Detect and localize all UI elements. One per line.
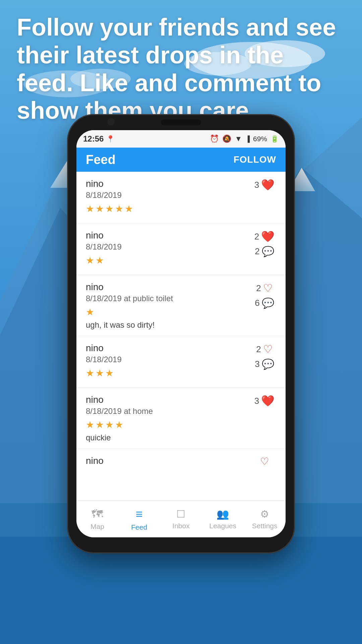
star-icon: ★: [86, 203, 94, 214]
feed-item-actions: ♡: [253, 455, 276, 467]
comment-count: 6: [255, 298, 259, 308]
phone-camera: [107, 118, 115, 125]
feed-comment-text: ugh, it was so dirty!: [86, 320, 253, 330]
status-bar: 12:56 📍 ⏰ 🔕 ▼ ▐ 69% 🔋: [76, 130, 286, 148]
nav-label-feed: Feed: [131, 523, 147, 531]
star-icon: ★: [86, 255, 94, 266]
nav-item-leagues[interactable]: 👥 Leagues: [202, 508, 244, 530]
feed-item-content: nino 8/18/2019 ★ ★ ★ ★ ★: [86, 178, 253, 217]
mute-icon: 🔕: [222, 135, 231, 143]
feed-stars: ★ ★ ★: [86, 368, 253, 379]
status-left: 12:56 📍: [83, 134, 115, 144]
settings-icon: ⚙: [260, 508, 269, 520]
star-icon: ★: [105, 419, 114, 430]
feed-stars: ★ ★: [86, 255, 253, 266]
phone-frame: 12:56 📍 ⏰ 🔕 ▼ ▐ 69% 🔋 Feed FOLLOW nino: [67, 114, 295, 553]
feed-stars: ★: [86, 307, 253, 318]
feed-date: 8/18/2019: [86, 355, 253, 364]
feed-item[interactable]: nino 8/18/2019 ★ ★ ★ ★ ★ 3 ❤️: [76, 172, 286, 223]
feed-date: 8/18/2019 at home: [86, 407, 253, 416]
feed-item[interactable]: nino 8/18/2019 at public toilet ★ ugh, i…: [76, 275, 286, 336]
comment-count: 3: [255, 359, 259, 369]
feed-username: nino: [86, 178, 253, 189]
star-icon: ★: [86, 368, 94, 379]
star-icon: ★: [96, 368, 104, 379]
wifi-icon: ▼: [235, 135, 242, 143]
feed-item-content: nino 8/18/2019 ★ ★: [86, 230, 253, 269]
like-count: 3: [254, 180, 259, 190]
like-row[interactable]: 2 ❤️: [254, 230, 275, 243]
feed-item-partial[interactable]: nino ♡: [76, 449, 286, 471]
heart-filled-icon: ❤️: [261, 394, 275, 407]
header-title: Feed: [86, 153, 116, 167]
comment-icon: 💬: [262, 358, 274, 370]
like-row[interactable]: 2 ♡: [256, 343, 273, 356]
feed-icon: ≡: [136, 507, 143, 521]
like-row[interactable]: 3 ❤️: [254, 178, 275, 191]
feed-username: nino: [86, 394, 253, 405]
feed-item-actions: 2 ❤️ 2 💬: [253, 230, 276, 257]
like-count: 2: [256, 283, 261, 293]
battery-icon: 🔋: [270, 135, 279, 143]
like-count: 2: [256, 344, 261, 355]
battery-text: 69%: [253, 135, 267, 143]
phone-screen: 12:56 📍 ⏰ 🔕 ▼ ▐ 69% 🔋 Feed FOLLOW nino: [76, 130, 286, 537]
feed-item-content: nino: [86, 455, 253, 468]
nav-label-settings: Settings: [252, 522, 278, 530]
feed-item-actions: 2 ♡ 6 💬: [253, 282, 276, 309]
feed-item-content: nino 8/18/2019 ★ ★ ★: [86, 343, 253, 381]
star-icon: ★: [96, 419, 104, 430]
leagues-icon: 👥: [217, 508, 229, 520]
nav-item-map[interactable]: 🗺 Map: [76, 507, 118, 531]
nav-item-inbox[interactable]: ☐ Inbox: [160, 508, 202, 530]
star-icon: ★: [115, 203, 123, 214]
feed-stars: ★ ★ ★ ★: [86, 419, 253, 430]
feed-username: nino: [86, 455, 253, 466]
bottom-nav: 🗺 Map ≡ Feed ☐ Inbox 👥 Leagues ⚙ Setting…: [76, 500, 286, 537]
like-row[interactable]: 2 ♡: [256, 282, 273, 294]
feed-item-content: nino 8/18/2019 at public toilet ★ ugh, i…: [86, 282, 253, 330]
feed-username: nino: [86, 343, 253, 354]
nav-label-inbox: Inbox: [172, 522, 189, 530]
star-icon: ★: [105, 368, 114, 379]
signal-icon: ▐: [245, 136, 250, 143]
feed-item-actions: 3 ❤️: [253, 394, 276, 407]
feed-date: 8/18/2019: [86, 191, 253, 200]
star-icon: ★: [105, 203, 114, 214]
feed-item[interactable]: nino 8/18/2019 ★ ★ 2 ❤️ 2 💬: [76, 223, 286, 275]
star-icon: ★: [115, 419, 123, 430]
heart-outline-icon: ♡: [260, 455, 269, 467]
feed-username: nino: [86, 230, 253, 241]
comment-row[interactable]: 2 💬: [255, 246, 274, 257]
like-row[interactable]: 3 ❤️: [254, 394, 275, 407]
star-icon: ★: [96, 203, 104, 214]
like-count: 3: [254, 396, 259, 406]
nav-item-feed[interactable]: ≡ Feed: [118, 507, 160, 531]
feed-item-actions: 3 ❤️: [253, 178, 276, 191]
star-icon: ★: [86, 419, 94, 430]
comment-count: 2: [255, 246, 259, 257]
location-icon: 📍: [106, 135, 115, 143]
inbox-icon: ☐: [176, 508, 185, 520]
alarm-icon: ⏰: [210, 135, 219, 143]
heart-outline-icon: ♡: [263, 343, 273, 356]
feed-item[interactable]: nino 8/18/2019 at home ★ ★ ★ ★ quickie 3…: [76, 388, 286, 449]
heart-filled-icon: ❤️: [261, 230, 275, 243]
star-icon: ★: [86, 307, 94, 318]
status-right: ⏰ 🔕 ▼ ▐ 69% 🔋: [210, 135, 279, 143]
feed-item-content: nino 8/18/2019 at home ★ ★ ★ ★ quickie: [86, 394, 253, 442]
feed-username: nino: [86, 282, 253, 292]
follow-button[interactable]: FOLLOW: [234, 154, 276, 165]
comment-row[interactable]: 3 💬: [255, 358, 274, 370]
feed-comment-text: quickie: [86, 433, 253, 442]
nav-item-settings[interactable]: ⚙ Settings: [244, 508, 286, 530]
heart-outline-icon: ♡: [263, 282, 273, 294]
like-row[interactable]: ♡: [260, 455, 269, 467]
heart-filled-icon: ❤️: [261, 178, 275, 191]
hero-text: Follow your friends and see their latest…: [17, 13, 345, 124]
nav-label-leagues: Leagues: [209, 522, 237, 530]
feed-stars: ★ ★ ★ ★ ★: [86, 203, 253, 214]
feed-item[interactable]: nino 8/18/2019 ★ ★ ★ 2 ♡ 3 💬: [76, 336, 286, 388]
comment-row[interactable]: 6 💬: [255, 297, 274, 309]
phone-speaker: [161, 119, 201, 125]
